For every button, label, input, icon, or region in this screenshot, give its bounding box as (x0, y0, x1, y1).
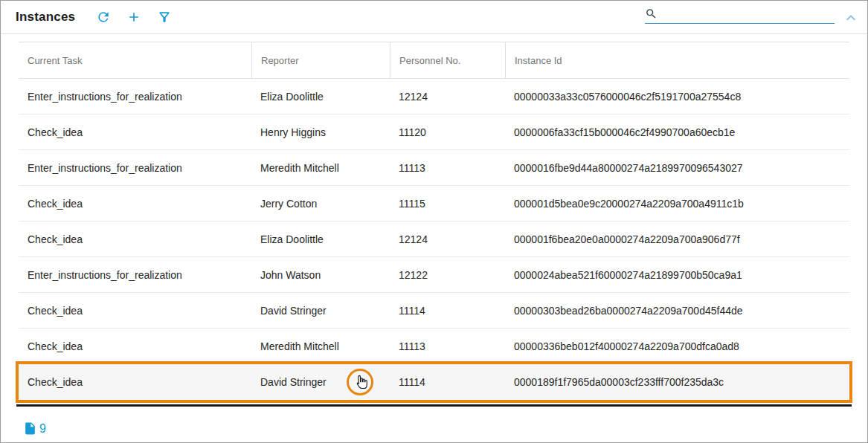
cell-current-task: Check_idea (19, 198, 251, 210)
hand-cursor-icon (353, 375, 368, 390)
cell-current-task: Enter_instructions_for_realization (19, 162, 251, 174)
cell-current-task: Check_idea (19, 126, 251, 138)
add-icon (126, 10, 141, 25)
cell-instance-id: 00000303bead26ba0000274a2209a700d45f44de (505, 305, 849, 317)
cell-instance-id: 000001f6bea20e0a0000274a2209a700a906d77f (505, 233, 849, 245)
cell-personnel-no: 12124 (390, 91, 505, 103)
cell-reporter: Meredith Mitchell (251, 162, 390, 174)
cell-reporter: Meredith Mitchell (251, 340, 390, 352)
cell-reporter: Jerry Cotton (251, 198, 390, 210)
search-input[interactable] (662, 8, 835, 20)
document-icon (23, 421, 37, 436)
cell-current-task: Check_idea (19, 233, 251, 245)
cell-current-task: Check_idea (19, 305, 251, 317)
cell-instance-id: 0000189f1f7965da00003cf233fff700f235da3c (505, 376, 849, 388)
click-annotation-circle (347, 369, 373, 395)
table-row-selected[interactable]: Check_idea David Stringer 11114 0000189f… (19, 364, 849, 400)
cell-personnel-no: 11115 (390, 198, 505, 210)
table-row[interactable]: Check_idea David Stringer 11114 00000303… (19, 293, 849, 329)
table-row[interactable]: Check_idea Eliza Doolittle 12124 000001f… (19, 222, 849, 257)
cell-current-task: Check_idea (19, 340, 251, 352)
column-header-personnel-no: Personnel No. (390, 42, 505, 78)
table-row[interactable]: Enter_instructions_for_realization John … (19, 257, 849, 293)
cell-reporter: Eliza Doolittle (251, 233, 390, 245)
search-icon (645, 7, 658, 20)
cell-instance-id: 0000024abea521f60000274a21899700b50ca9a1 (505, 269, 849, 281)
table-row[interactable]: Check_idea Henry Higgins 11120 0000006fa… (19, 114, 849, 150)
instances-table: Current Task Reporter Personnel No. Inst… (19, 42, 849, 400)
table-header: Current Task Reporter Personnel No. Inst… (19, 42, 849, 79)
cell-reporter: Eliza Doolittle (251, 91, 390, 103)
instances-panel: Instances Current Task Reporter Personne… (0, 0, 868, 443)
cell-reporter: Henry Higgins (251, 126, 390, 138)
cell-personnel-no: 11114 (390, 305, 505, 317)
cell-personnel-no: 11113 (390, 162, 505, 174)
filter-button[interactable] (157, 10, 172, 25)
add-button[interactable] (126, 10, 141, 25)
cell-instance-id: 0000006fa33cf15b000046c2f4990700a60ecb1e (505, 126, 849, 138)
table-row[interactable]: Check_idea Meredith Mitchell 11113 00000… (19, 329, 849, 364)
cell-current-task: Enter_instructions_for_realization (19, 91, 251, 103)
cell-instance-id: 0000016fbe9d44a80000274a2189970096543027 (505, 162, 849, 174)
page-count: 9 (23, 421, 46, 436)
row-count-label: 9 (39, 422, 46, 436)
cell-reporter: David Stringer (251, 305, 390, 317)
table-bottom-border (16, 404, 852, 407)
cell-instance-id: 00000033a33c0576000046c2f5191700a27554c8 (505, 91, 849, 103)
cell-current-task: Check_idea (19, 376, 251, 388)
cell-instance-id: 000001d5bea0e9c20000274a2209a700a4911c1b (505, 198, 849, 210)
cell-current-task: Enter_instructions_for_realization (19, 269, 251, 281)
toolbar: Instances (1, 1, 867, 34)
table-row[interactable]: Check_idea Jerry Cotton 11115 000001d5be… (19, 186, 849, 222)
table-row[interactable]: Enter_instructions_for_realization Eliza… (19, 79, 849, 114)
refresh-icon (96, 10, 111, 25)
cell-instance-id: 00000336beb012f40000274a2209a700dfca0ad8 (505, 340, 849, 352)
cell-personnel-no: 11114 (390, 376, 505, 388)
table-row[interactable]: Enter_instructions_for_realization Mered… (19, 150, 849, 186)
collapse-button[interactable] (842, 9, 860, 27)
refresh-button[interactable] (96, 10, 111, 25)
chevron-up-icon (842, 9, 860, 27)
cell-personnel-no: 12124 (390, 233, 505, 245)
column-header-instance-id: Instance Id (505, 42, 849, 78)
column-header-current-task: Current Task (19, 42, 251, 78)
search-box (645, 7, 835, 24)
cell-reporter: John Watson (251, 269, 390, 281)
cell-personnel-no: 11113 (390, 340, 505, 352)
column-header-reporter: Reporter (251, 42, 390, 78)
cell-personnel-no: 12122 (390, 269, 505, 281)
filter-icon (157, 10, 172, 25)
cell-personnel-no: 11120 (390, 126, 505, 138)
page-title: Instances (16, 10, 75, 25)
